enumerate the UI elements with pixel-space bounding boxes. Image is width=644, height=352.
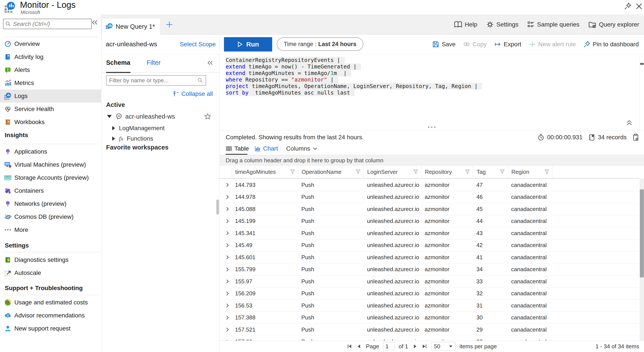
schema-collapse-icon[interactable] xyxy=(207,59,214,66)
sidebar-search[interactable] xyxy=(3,19,92,29)
table-row[interactable]: 157.521 Push unleashed.azurecr.io azmoni… xyxy=(222,324,640,336)
select-scope-link[interactable]: Select Scope xyxy=(180,41,216,48)
settings-button[interactable]: Settings xyxy=(486,20,518,29)
row-expand-chevron-icon[interactable] xyxy=(222,255,232,260)
query-editor[interactable]: ContainerRegistryRepositoryEvents | exte… xyxy=(220,54,644,130)
pin-blade-icon[interactable] xyxy=(624,2,632,10)
table-row[interactable]: 145.601 Push unleashed.azurecr.io azmoni… xyxy=(222,251,640,264)
next-page-button[interactable] xyxy=(412,344,418,349)
table-row[interactable]: 144.978 Push unleashed.azurecr.io azmoni… xyxy=(222,191,640,203)
tab-new-query-1[interactable]: New Query 1* xyxy=(102,18,161,35)
table-scrollbar-thumb[interactable] xyxy=(640,189,644,278)
table-row[interactable]: 155.97 Push unleashed.azurecr.io azmonit… xyxy=(222,276,640,288)
row-expand-chevron-icon[interactable] xyxy=(222,267,232,272)
sidebar-item-networks[interactable]: Networks (preview) xyxy=(0,197,101,210)
sidebar-item-activity-log[interactable]: Activity log xyxy=(0,50,101,63)
table-row[interactable]: 156.209 Push unleashed.azurecr.io azmoni… xyxy=(222,288,640,300)
sidebar-item-virtual-machines[interactable]: Virtual Machines (preview) xyxy=(0,158,101,171)
row-expand-chevron-icon[interactable] xyxy=(222,279,232,284)
row-expand-chevron-icon[interactable] xyxy=(222,219,232,224)
collapse-editor-icon[interactable] xyxy=(625,119,634,126)
column-header-repository[interactable]: Repository xyxy=(421,166,473,178)
kql-query-code[interactable]: ContainerRegistryRepositoryEvents | exte… xyxy=(226,57,482,96)
sidebar-item-workbooks[interactable]: Workbooks xyxy=(0,116,101,129)
new-query-tab-button[interactable] xyxy=(165,20,174,29)
sidebar-item-metrics[interactable]: Metrics xyxy=(0,76,101,89)
table-row[interactable]: 145.088 Push unleashed.azurecr.io azmoni… xyxy=(222,203,640,215)
sidebar-collapse-icon[interactable] xyxy=(91,19,98,26)
table-row[interactable]: 157.388 Push unleashed.azurecr.io azmoni… xyxy=(222,312,640,324)
sidebar-item-diagnostics-settings[interactable]: Diagnostics settings xyxy=(0,253,101,266)
sidebar-item-autoscale[interactable]: Autoscale xyxy=(0,266,101,280)
first-page-button[interactable] xyxy=(347,344,352,349)
sidebar-item-containers[interactable]: Containers xyxy=(0,184,101,197)
tree-item-log-management[interactable]: LogManagement xyxy=(101,123,220,133)
close-icon[interactable] xyxy=(635,2,643,10)
table-row[interactable]: 145.341 Push unleashed.azurecr.io azmoni… xyxy=(222,227,640,239)
tree-item-functions[interactable]: fx Functions xyxy=(101,133,220,144)
row-expand-chevron-icon[interactable] xyxy=(222,195,232,199)
table-row[interactable]: 144.793 Push unleashed.azurecr.io azmoni… xyxy=(222,179,640,191)
row-expand-chevron-icon[interactable] xyxy=(222,183,232,187)
sidebar-item-usage-costs[interactable]: $ Usage and estimated costs xyxy=(0,296,101,309)
schema-filter-input[interactable] xyxy=(109,77,198,84)
row-expand-chevron-icon[interactable] xyxy=(222,327,232,332)
sidebar-item-advisor-recommendations[interactable]: Advisor recommendations xyxy=(0,309,101,322)
tab-schema[interactable]: Schema xyxy=(106,59,130,66)
sidebar-item-applications[interactable]: Applications xyxy=(0,145,101,158)
row-expand-chevron-icon[interactable] xyxy=(222,243,232,248)
sidebar-item-cosmos-db[interactable]: Cosmos DB (preview) xyxy=(0,210,101,223)
panel-resize-handle[interactable] xyxy=(427,126,436,128)
sidebar-item-service-health[interactable]: Service Health xyxy=(0,103,101,116)
collapse-all-button[interactable]: Collapse all xyxy=(173,90,213,97)
page-number-input[interactable] xyxy=(383,342,395,351)
tab-chart[interactable]: Chart xyxy=(254,145,278,152)
help-button[interactable]: Help xyxy=(454,21,477,28)
chevron-right-icon[interactable] xyxy=(112,136,115,141)
chevron-right-icon[interactable] xyxy=(112,126,115,130)
row-expand-chevron-icon[interactable] xyxy=(222,315,232,320)
previous-page-button[interactable] xyxy=(356,344,362,349)
sidebar-item-more[interactable]: More xyxy=(0,223,101,236)
copy-button[interactable]: Copy xyxy=(463,41,486,48)
sidebar-item-alerts[interactable]: Alerts xyxy=(0,63,101,76)
time-range-picker[interactable]: Time range : Last 24 hours xyxy=(277,37,363,51)
sidebar-item-logs[interactable]: Logs xyxy=(0,89,101,103)
table-row[interactable]: 155.799 Push unleashed.azurecr.io azmoni… xyxy=(222,264,640,276)
row-expand-chevron-icon[interactable] xyxy=(222,303,232,308)
table-row[interactable]: 145.199 Push unleashed.azurecr.io azmoni… xyxy=(222,215,640,228)
query-explorer-button[interactable]: Query explorer xyxy=(588,21,639,28)
run-button[interactable]: Run xyxy=(224,37,272,51)
column-header-tag[interactable]: Tag xyxy=(473,166,508,178)
export-button[interactable]: Export xyxy=(494,41,521,48)
column-header-timeagominutes[interactable]: timeAgoMinutes xyxy=(232,166,298,178)
chevron-down-icon[interactable] xyxy=(107,115,112,118)
schema-filter[interactable] xyxy=(106,75,206,86)
save-button[interactable]: Save xyxy=(432,41,456,48)
page-size-select[interactable]: 50 xyxy=(431,342,456,351)
search-input[interactable] xyxy=(13,21,91,27)
columns-dropdown[interactable]: Columns xyxy=(286,145,318,152)
table-row[interactable]: 145.49 Push unleashed.azurecr.io azmonit… xyxy=(222,239,640,252)
column-header-loginserver[interactable]: LoginServer xyxy=(364,166,421,178)
schema-scrollbar-thumb[interactable] xyxy=(216,199,219,215)
groupby-dropzone[interactable]: Drag a column header and drop it here to… xyxy=(220,155,644,166)
copy-results-icon[interactable] xyxy=(632,133,639,141)
sample-queries-button[interactable]: Sample queries xyxy=(527,21,580,28)
sidebar-item-overview[interactable]: Overview xyxy=(0,37,101,50)
new-alert-rule-button[interactable]: New alert rule xyxy=(529,41,576,48)
table-scrollbar-track[interactable] xyxy=(640,179,644,341)
pin-to-dashboard-button[interactable]: Pin to dashboard xyxy=(583,41,639,48)
sidebar-item-storage-accounts[interactable]: Storage Accounts (preview) xyxy=(0,171,101,184)
tab-filter[interactable]: Filter xyxy=(146,59,160,66)
column-header-region[interactable]: Region xyxy=(508,166,552,178)
table-row[interactable]: 156.53 Push unleashed.azurecr.io azmonit… xyxy=(222,300,640,312)
row-expand-chevron-icon[interactable] xyxy=(222,231,232,236)
column-header-operationname[interactable]: OperationName xyxy=(298,166,364,178)
favorite-star-icon[interactable] xyxy=(204,113,211,120)
sidebar-item-new-support-request[interactable]: New support request xyxy=(0,322,101,335)
table-row[interactable]: 157.66 Push unleashed.azurecr.io azmonit… xyxy=(222,336,640,341)
tab-table[interactable]: Table xyxy=(226,145,249,152)
row-expand-chevron-icon[interactable] xyxy=(222,291,232,296)
tree-item-workspace[interactable]: acr-unleashed-ws xyxy=(101,111,220,122)
